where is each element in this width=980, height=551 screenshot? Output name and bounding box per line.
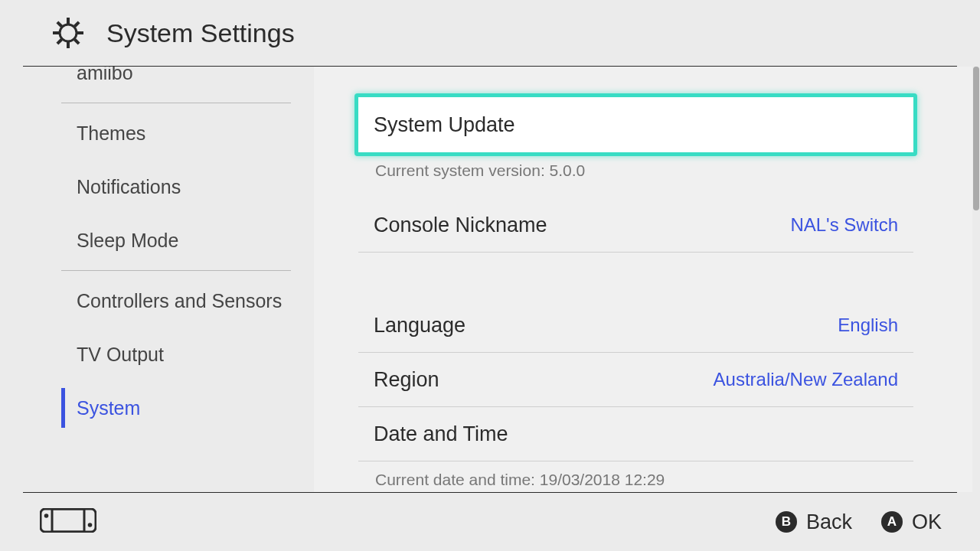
footer-right: B Back A OK	[776, 510, 957, 534]
svg-point-0	[60, 24, 77, 41]
row-label: Region	[374, 368, 439, 392]
row-label: Language	[374, 314, 466, 337]
sidebar-item-label: Controllers and Sensors	[77, 290, 282, 312]
row-date-time[interactable]: Date and Time	[358, 407, 913, 461]
row-system-update[interactable]: System Update	[354, 93, 917, 156]
scrollbar-track[interactable]	[972, 67, 980, 492]
sidebar-item-label: System	[77, 397, 140, 419]
b-button-icon: B	[776, 511, 797, 533]
row-label: Console Nickname	[374, 214, 547, 237]
system-update-info: Current system version: 5.0.0	[358, 152, 913, 198]
section-gap	[358, 253, 913, 298]
sidebar-item-system[interactable]: System	[0, 381, 314, 435]
sidebar-item-label: Notifications	[77, 176, 181, 198]
svg-rect-2	[67, 42, 70, 48]
sidebar-item-label: TV Output	[77, 344, 164, 366]
sidebar-item-themes[interactable]: Themes	[0, 106, 314, 160]
content-panel: System Update Current system version: 5.…	[314, 67, 980, 492]
hint-back[interactable]: B Back	[776, 510, 852, 534]
row-region[interactable]: Region Australia/New Zealand	[358, 353, 913, 407]
sidebar-item-controllers-sensors[interactable]: Controllers and Sensors	[0, 274, 314, 328]
header: System Settings	[23, 0, 957, 67]
sidebar-divider	[61, 270, 291, 271]
body: amiibo Themes Notifications Sleep Mode C…	[0, 67, 980, 492]
svg-rect-4	[77, 31, 83, 34]
footer: B Back A OK	[23, 492, 957, 551]
svg-rect-9	[41, 509, 96, 532]
scrollbar-thumb[interactable]	[973, 67, 979, 210]
page-title: System Settings	[106, 18, 295, 48]
row-value: Australia/New Zealand	[714, 369, 898, 390]
hint-label: OK	[912, 510, 942, 534]
row-console-nickname[interactable]: Console Nickname NAL's Switch	[358, 198, 913, 253]
hint-ok[interactable]: A OK	[881, 510, 942, 534]
sidebar: amiibo Themes Notifications Sleep Mode C…	[0, 67, 314, 492]
svg-rect-3	[53, 31, 59, 34]
svg-rect-1	[67, 18, 70, 24]
sidebar-item-amiibo[interactable]: amiibo	[0, 67, 314, 99]
svg-rect-10	[52, 509, 84, 532]
console-icon	[40, 522, 96, 535]
sidebar-item-label: Themes	[77, 122, 145, 145]
row-label: Date and Time	[374, 422, 508, 446]
svg-point-11	[44, 514, 49, 518]
sidebar-item-tv-output[interactable]: TV Output	[0, 328, 314, 381]
sidebar-item-notifications[interactable]: Notifications	[0, 160, 314, 214]
row-value: English	[838, 315, 898, 336]
sidebar-item-sleep-mode[interactable]: Sleep Mode	[0, 214, 314, 267]
gear-icon	[50, 15, 87, 51]
row-label: System Update	[374, 113, 515, 137]
a-button-icon: A	[881, 511, 903, 533]
svg-point-12	[88, 523, 93, 527]
hint-label: Back	[806, 510, 852, 534]
sidebar-item-label: Sleep Mode	[77, 230, 178, 252]
sidebar-divider	[61, 103, 291, 103]
footer-left	[23, 508, 96, 536]
sidebar-item-label: amiibo	[77, 67, 133, 84]
row-language[interactable]: Language English	[358, 298, 913, 353]
date-time-info: Current date and time: 19/03/2018 12:29	[358, 461, 913, 492]
row-value: NAL's Switch	[790, 214, 898, 236]
